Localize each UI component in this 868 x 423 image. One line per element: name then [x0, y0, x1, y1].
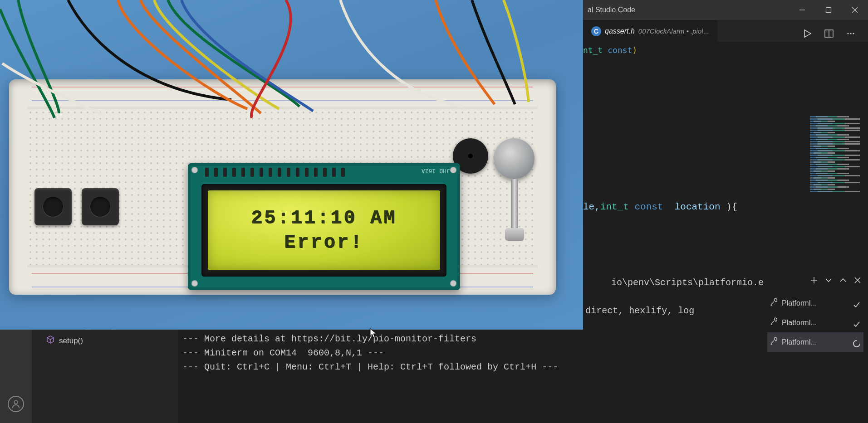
lcd-line-2: Error! — [284, 232, 363, 253]
svg-point-4 — [850, 33, 851, 34]
terminal-tab[interactable]: PlatformI... — [767, 293, 863, 313]
window-close-button[interactable] — [842, 0, 868, 20]
breadboard: JHD 162A 25:11:10 AM Error! — [9, 79, 556, 295]
potentiometer — [494, 138, 535, 179]
tab-filename: qassert.h — [605, 27, 635, 35]
outline-item[interactable]: setup() — [32, 333, 178, 348]
terminal-tab[interactable]: PlatformI... — [767, 332, 863, 352]
terminal-line: --- Quit: Ctrl+C | Menu: Ctrl+T | Help: … — [182, 360, 868, 374]
accounts-icon[interactable] — [8, 396, 24, 412]
tools-icon — [770, 316, 778, 330]
method-icon — [46, 335, 54, 346]
editor-tab-qassert[interactable]: C qassert.h 007ClockAlarm • .pio\... — [583, 20, 717, 42]
window-maximize-button[interactable] — [815, 0, 842, 20]
svg-rect-0 — [826, 8, 831, 13]
file-c-icon: C — [591, 26, 601, 36]
minimap[interactable] — [810, 116, 860, 288]
window-title: al Studio Code — [583, 6, 789, 14]
run-icon[interactable] — [803, 29, 812, 40]
lcd-module: JHD 162A 25:11:10 AM Error! — [188, 163, 460, 290]
tools-icon — [770, 335, 778, 349]
svg-point-9 — [14, 401, 17, 404]
check-icon — [853, 299, 861, 307]
svg-point-5 — [853, 33, 854, 34]
svg-point-3 — [847, 33, 848, 34]
chevron-down-icon[interactable] — [824, 275, 833, 289]
tab-subpath: 007ClockAlarm • .pio\... — [638, 27, 709, 35]
lcd-line-1: 25:11:10 AM — [251, 207, 397, 229]
tools-icon — [770, 296, 778, 310]
maximize-panel-icon[interactable] — [839, 275, 847, 289]
hardware-photo-overlay: JHD 162A 25:11:10 AM Error! — [0, 0, 583, 330]
window-minimize-button[interactable] — [789, 0, 815, 20]
terminal-line: --- More details at https://bit.ly/pio-m… — [182, 332, 868, 346]
lcd-model-label: JHD 162A — [422, 168, 450, 175]
spinner-icon — [853, 338, 861, 346]
code-line: le,int_t const location ){ — [583, 200, 737, 214]
terminal-tabs: PlatformI... PlatformI... PlatformI... — [767, 272, 863, 352]
check-icon — [853, 319, 861, 327]
more-actions-icon[interactable] — [846, 29, 855, 40]
terminal-new-icon[interactable] — [810, 275, 818, 289]
tactile-button — [34, 188, 72, 225]
tactile-button — [82, 188, 119, 225]
terminal-tab[interactable]: PlatformI... — [767, 313, 863, 332]
terminal-line: --- Miniterm on COM14 9600,8,N,1 --- — [182, 346, 868, 360]
close-panel-icon[interactable] — [853, 275, 862, 289]
split-editor-icon[interactable] — [824, 29, 834, 40]
